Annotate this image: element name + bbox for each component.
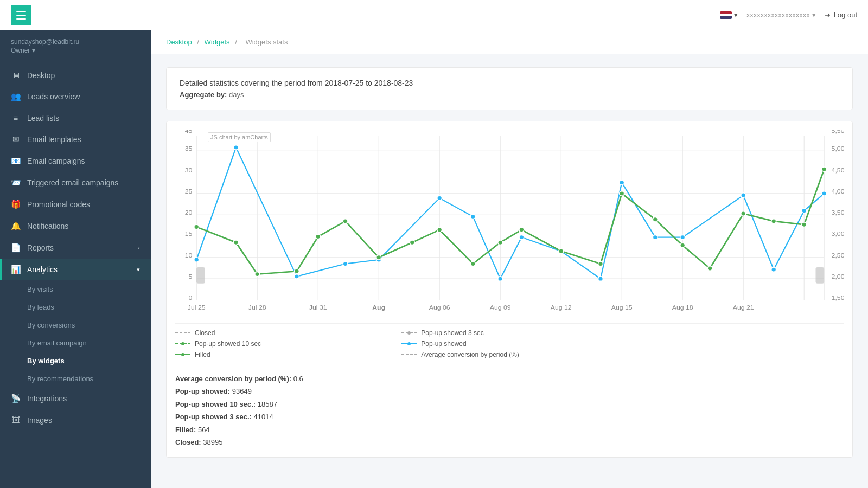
analytics-icon: 📊 [11,265,21,274]
sidebar-item-email-campaigns[interactable]: 📧 Email campaigns [0,150,151,172]
svg-point-64 [771,267,776,272]
svg-text:Aug 06: Aug 06 [429,304,450,312]
sidebar: sundayshop@leadbit.ru Owner ▾ 🖥 Desktop … [0,30,151,488]
svg-point-50 [234,145,239,150]
svg-point-83 [680,243,685,248]
sidebar-item-integrations[interactable]: 📡 Integrations [0,388,151,409]
legend-avg-conv-line-icon [401,352,417,357]
logout-button[interactable]: ➜ Log out [825,11,857,19]
triggered-campaigns-icon: 📨 [11,178,21,188]
desktop-icon: 🖥 [11,70,21,80]
chart-js-label: JS chart by amCharts [208,132,271,142]
svg-text:Aug 15: Aug 15 [611,304,633,312]
analytics-submenu: By visits By leads By conversions By ema… [0,280,151,388]
svg-point-93 [407,331,411,335]
sidebar-subitem-by-widgets[interactable]: By widgets [0,352,151,370]
svg-point-55 [470,214,475,219]
stats-summary: Average conversion by period (%): 0.6 Po… [175,373,844,448]
sidebar-item-notifications[interactable]: 🔔 Notifications [0,215,151,237]
closed-label: Closed: [175,438,201,446]
legend-avg-conversion-label: Average conversion by period (%) [421,351,519,358]
svg-text:Aug: Aug [372,304,385,312]
stat-popup-showed: Pop-up showed: 93649 [175,385,844,397]
sidebar-item-lead-lists[interactable]: ≡ Lead lists [0,107,151,129]
closed-value: 38995 [203,438,222,446]
sidebar-item-email-templates[interactable]: ✉ Email templates [0,129,151,150]
svg-point-88 [822,167,827,172]
legend-item-closed: Closed [175,329,391,337]
sidebar-item-desktop[interactable]: 🖥 Desktop [0,65,151,86]
sidebar-subitem-by-visits[interactable]: By visits [0,280,151,298]
stat-filled: Filled: 564 [175,423,844,436]
sidebar-subitem-by-leads[interactable]: By leads [0,298,151,316]
period-text: Detailed statistics covering the period … [180,79,839,87]
sidebar-subitem-by-recommendations[interactable]: By recommendations [0,370,151,388]
svg-text:2,500: 2,500 [832,252,844,259]
svg-text:25: 25 [185,188,193,195]
svg-point-75 [437,228,442,233]
breadcrumb-widgets[interactable]: Widgets [205,38,230,46]
topbar-left [11,5,31,25]
avg-conversion-value: 0.6 [293,375,303,383]
aggregate-label: Aggregate by: [180,91,227,99]
svg-text:0: 0 [188,294,192,302]
user-role[interactable]: Owner ▾ [11,47,140,54]
topbar: ▾ xxxxxxxxxxxxxxxxxx ▾ ➜ Log out [0,0,868,30]
svg-text:30: 30 [185,166,193,174]
sidebar-item-images[interactable]: 🖼 Images [0,409,151,431]
svg-point-56 [498,277,503,281]
sidebar-item-leads-overview[interactable]: 👥 Leads overview [0,86,151,107]
sidebar-navigation: 🖥 Desktop 👥 Leads overview ≡ Lead lists … [0,60,151,488]
aggregate-value: days [229,91,244,99]
svg-point-82 [653,217,658,222]
menu-button[interactable] [11,5,31,25]
svg-point-79 [559,249,564,254]
svg-text:20: 20 [185,209,193,216]
leads-overview-icon: 👥 [11,92,21,101]
legend-item-popup-3sec: Pop-up showed 3 sec [401,329,617,337]
stat-popup-3sec: Pop-up showed 3 sec.: 41014 [175,410,844,423]
stat-closed: Closed: 38995 [175,436,844,448]
breadcrumb: Desktop / Widgets / Widgets stats [151,30,868,54]
legend-item-filled: Filled [175,351,391,358]
images-icon: 🖼 [11,415,21,425]
svg-point-72 [343,219,348,224]
sidebar-item-label: Notifications [27,222,68,230]
legend-closed-line-icon [175,330,190,336]
email-templates-icon: ✉ [11,134,21,144]
svg-point-95 [181,342,184,345]
popup-showed-value: 93649 [232,387,252,395]
lead-lists-icon: ≡ [11,113,21,123]
legend-popup10sec-label: Pop-up showed 10 sec [195,340,261,348]
svg-point-52 [343,261,348,266]
svg-text:10: 10 [185,252,193,259]
sidebar-item-label: Promotional codes [27,200,90,209]
svg-point-51 [295,274,299,279]
svg-point-59 [598,277,603,281]
legend-popup3sec-line-icon [401,330,417,336]
legend-closed-label: Closed [195,329,215,337]
sidebar-subitem-by-conversions[interactable]: By conversions [0,316,151,334]
integrations-icon: 📡 [11,394,21,403]
svg-rect-90 [815,267,824,284]
chart-svg: .grid-line { stroke: #e8e8e8; stroke-wid… [175,130,844,314]
svg-point-84 [707,266,712,271]
breadcrumb-desktop[interactable]: Desktop [166,38,192,46]
content-area: Detailed statistics covering the period … [151,54,868,471]
svg-point-69 [255,272,260,277]
sidebar-item-analytics[interactable]: 📊 Analytics ▾ [0,259,151,280]
legend-popup-label: Pop-up showed [421,340,466,348]
notifications-icon: 🔔 [11,221,21,231]
svg-point-74 [410,240,414,245]
sidebar-item-triggered-campaigns[interactable]: 📨 Triggered email campaigns [0,172,151,194]
language-selector[interactable]: ▾ [720,11,738,19]
sidebar-subitem-by-email-campaign[interactable]: By email campaign [0,334,151,352]
username-button[interactable]: xxxxxxxxxxxxxxxxxx ▾ [746,11,816,19]
sidebar-item-promotional-codes[interactable]: 🎁 Promotional codes [0,194,151,215]
svg-text:Aug 21: Aug 21 [733,304,754,312]
sidebar-item-reports[interactable]: 📄 Reports ‹ [0,237,151,259]
svg-text:15: 15 [185,230,193,238]
sidebar-item-label: Email templates [27,135,81,144]
popup-showed-label: Pop-up showed: [175,387,230,395]
svg-text:Jul 25: Jul 25 [188,304,206,312]
